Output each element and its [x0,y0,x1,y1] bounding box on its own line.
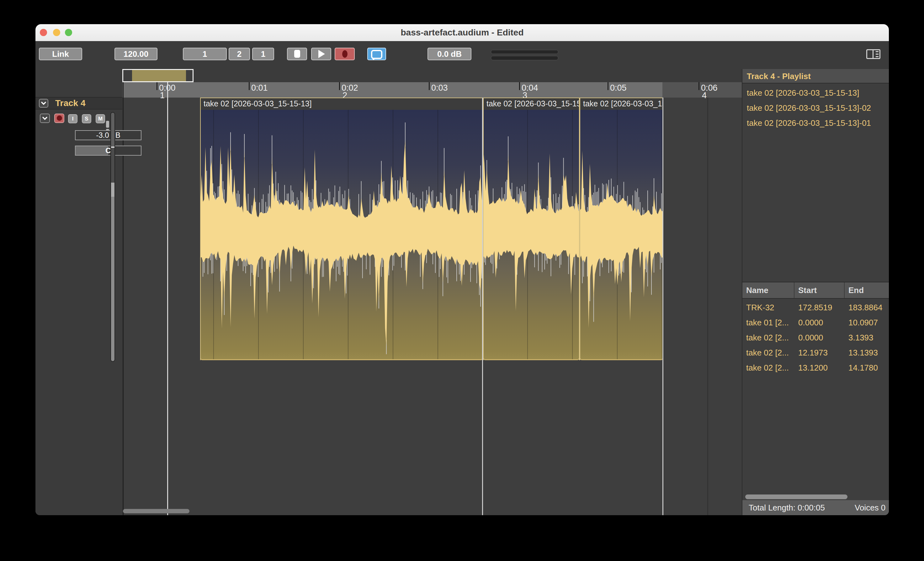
clip-header[interactable]: take 02 [2026-03-03_15-15-13] [483,98,580,110]
ruler-labels: 0:00 0:01 0:02 0:03 0:04 0:05 0:06 1 2 3… [122,82,742,98]
time-signature-denominator-button[interactable]: 1 [252,48,274,60]
playlist-table-header: Name Start End [742,283,889,298]
meter-slider-top[interactable] [491,50,558,54]
table-row[interactable]: take 02 [2... 0.0000 3.1393 [742,330,889,345]
table-row[interactable]: take 01 [2... 0.0000 10.0907 [742,315,889,330]
waveform[interactable] [200,109,663,360]
track-pan-field[interactable]: C [75,146,141,156]
track-input-button[interactable]: I [68,114,78,123]
ruler-time: 0:05 [610,83,627,93]
master-gain-field[interactable]: 0.0 dB [428,48,471,60]
track-mute-button[interactable]: M [96,114,105,123]
ruler-time: 0:03 [431,83,448,93]
table-row[interactable]: take 02 [2... 13.1200 14.1780 [742,360,889,375]
overview-visible-region[interactable] [132,70,186,81]
play-button[interactable] [311,48,331,60]
loop-button[interactable] [367,48,386,60]
meter-slider-bottom[interactable] [491,56,558,60]
count-in-bars-button[interactable]: 1 [183,48,227,60]
ruler-time: 0:01 [251,83,268,93]
track-controls-panel: I S M -3.0 dB C [36,110,122,515]
tempo-field[interactable]: 120.00 [114,48,158,60]
title-bar: bass-artefact.audium - Edited [36,24,889,41]
clip-header[interactable]: take 02 [2026-03-03_15-15-13] [200,98,483,110]
playlist-item[interactable]: take 02 [2026-03-03_15-15-13] [742,85,889,101]
track-record-arm-button[interactable] [54,114,64,123]
playlist-status-bar: Total Length: 0:00:05 Voices 0 [742,500,889,515]
toggle-sidebar-button[interactable] [866,49,880,59]
play-icon [318,50,325,58]
track-title-row[interactable]: Track 4 [36,98,122,110]
record-button[interactable] [334,48,355,60]
track-collapse-chevron[interactable] [39,99,48,108]
column-header-end[interactable]: End [844,283,889,298]
playlist-item[interactable]: take 02 [2026-03-03_15-15-13]-01 [742,116,889,131]
table-row[interactable]: take 02 [2... 12.1973 13.1393 [742,345,889,360]
clip-edge-marker [662,98,663,515]
time-signature-numerator-button[interactable]: 2 [229,48,250,60]
lane-right-divider [707,98,708,515]
loop-icon [371,50,382,59]
playlist-item[interactable]: take 02 [2026-03-03_15-15-13]-02 [742,101,889,116]
playlist-title: Track 4 - Playlist [742,69,889,83]
playlist-h-scrollbar[interactable] [745,495,848,499]
table-row[interactable]: TRK-32 172.8519 183.8864 [742,300,889,315]
column-header-name[interactable]: Name [742,283,794,298]
voices-label: Voices 0 [855,500,885,515]
stop-icon [294,50,300,58]
track-meter-segment [106,121,109,128]
playlist-table-body: TRK-32 172.8519 183.8864 take 01 [2... 0… [742,300,889,375]
record-icon [342,50,348,58]
track-solo-button[interactable]: S [82,114,91,123]
overview-minimap[interactable] [122,69,194,82]
app-window: bass-artefact.audium - Edited Link 120.0… [36,24,889,515]
arrange-h-scrollbar[interactable] [123,509,189,513]
total-length-label: Total Length: 0:00:05 [748,500,825,515]
record-arm-icon [57,116,62,121]
clip-edge-marker [482,98,483,515]
playlist-panel: Track 4 - Playlist take 02 [2026-03-03_1… [742,69,889,515]
window-title: bass-artefact.audium - Edited [36,24,889,41]
clip-header[interactable]: take 02 [2026-03-03_15-15-13] [580,98,663,110]
screen: bass-artefact.audium - Edited Link 120.0… [0,0,924,561]
stop-button[interactable] [287,48,307,60]
track-volume-field[interactable]: -3.0 dB [75,130,141,140]
track-options-chevron[interactable] [40,114,50,123]
playhead[interactable] [167,82,168,515]
ruler-bar-number: 4 [702,91,706,101]
ruler-bar-number: 1 [160,91,165,101]
sidebar-icon-divider [873,50,873,58]
toolbar: Link 120.00 1 2 1 0.0 dB [36,41,889,69]
column-header-start[interactable]: Start [795,283,844,298]
track-name[interactable]: Track 4 [55,98,86,108]
link-button[interactable]: Link [39,48,82,60]
track-vertical-scrollbar[interactable] [110,112,115,362]
pan-fill [76,146,108,155]
